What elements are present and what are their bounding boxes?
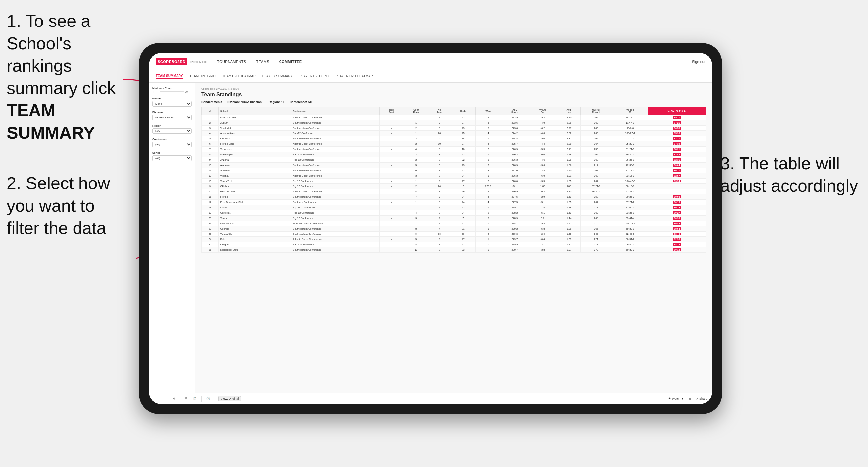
table-row: 5Ole MissSoutheastern Conference-3618127… [202,136,706,142]
school-section: School (All) [152,151,192,161]
subnav-team-h2h-heatmap[interactable]: TEAM H2H HEATMAP [222,74,256,79]
table-row: 11ArkansasSoutheastern Conference-682332… [202,168,706,173]
subnav-player-h2h-grid[interactable]: PLAYER H2H GRID [299,74,329,79]
col-reg-rank: RegRank [379,107,404,115]
col-avg-to-par: Avg. toPar [528,107,558,115]
col-vs-top25: Vs Top25 [612,107,648,115]
app-header: SCOREBOARD Powered by clippi TOURNAMENTS… [149,53,712,70]
watch-button[interactable]: 👁 Watch ▼ [668,397,684,400]
conference-section: Conference (All) [152,138,192,147]
col-conf-rank: ConfRank [404,107,428,115]
gender-section: Gender Men's [152,97,192,107]
table-row: 15Georgia TechAtlantic Coast Conference-… [202,189,706,194]
toolbar-paste[interactable]: 📋 [192,397,198,401]
instruction-step2: 2. Select howyou want tofilter the data [7,172,110,240]
content-area: Update time: 27/03/2024 16:56:26 Team St… [195,83,712,393]
table-body: 1North CarolinaAtlantic Coast Conference… [202,115,706,253]
sign-out-button[interactable]: Sign out [692,60,705,64]
table-row: 8WashingtonPac-12 Conference-28231276.3-… [202,152,706,157]
table-row: 14OklahomaBig 12 Conference-2242276.9-5.… [202,184,706,189]
toolbar-copy[interactable]: ⧉ [184,396,188,401]
table-row: 6Florida StateAtlantic Coast Conference-… [202,142,706,147]
scoreboard-logo: SCOREBOARD [156,58,187,65]
range-from: 4 [152,91,159,93]
share-button[interactable]: ↗ Share [696,397,707,400]
filter-conference: Conference: All [289,100,312,104]
col-adj-score: Adj.Score [501,107,528,115]
filter-division: Division: NCAA Division I [227,100,263,104]
col-vs-top50: Vs Top 50 Points [648,107,706,115]
content-title: Team Standings [202,92,706,98]
toolbar-divider-2 [202,396,202,402]
col-school: School [218,107,291,115]
bottom-toolbar: ← → ↺ ⧉ 📋 🕐 View: Original 👁 Watch ▼ ⊞ ↗… [149,393,712,404]
instruction-step1-bold: TEAM SUMMARY [7,101,95,143]
gender-label: Gender [152,97,192,100]
toolbar-divider-3 [215,396,215,402]
table-row: 1North CarolinaAtlantic Coast Conference… [202,115,706,120]
nav-tournaments[interactable]: TOURNAMENTS [217,60,246,64]
region-select[interactable]: N/A [152,128,192,134]
range-slider[interactable] [160,91,184,92]
min-rank-label: Minimum Rou... [152,87,192,90]
table-row: 23Texas A&MSoutheastern Conference-91030… [202,231,706,237]
table-row: 13Texas TechBig 12 Conference-19272276.0… [202,179,706,184]
sub-navigation: TEAM SUMMARY TEAM H2H GRID TEAM H2H HEAT… [149,70,712,83]
tablet-frame: SCOREBOARD Powered by clippi TOURNAMENTS… [139,43,722,414]
table-row: 4Arizona StatePac-12 Conference-12625427… [202,131,706,136]
toolbar-back[interactable]: ← [154,397,159,401]
range-to: 30 [185,91,192,93]
toolbar-forward[interactable]: → [163,397,168,401]
toolbar-grid[interactable]: ⊞ [687,397,692,401]
logo-area: SCOREBOARD Powered by clippi [156,58,207,65]
toolbar-divider-1 [180,396,181,402]
table-row: 25OregonPac-12 Conference-87210279.5-3.1… [202,242,706,247]
toolbar-refresh[interactable]: ↺ [172,397,177,401]
subnav-team-summary[interactable]: TEAM SUMMARY [156,74,183,79]
table-row: 3VanderbiltSoutheastern Conference-25236… [202,126,706,131]
col-overall: OverallRecord [580,107,612,115]
school-label: School [152,151,192,154]
table-row: 2AuburnSoutheastern Conference-19276273.… [202,120,706,126]
col-conference: Conference [291,107,379,115]
region-section: Region N/A [152,124,192,134]
division-select[interactable]: NCAA Division I [152,115,192,120]
toolbar-clock[interactable]: 🕐 [205,397,211,401]
subnav-player-summary[interactable]: PLAYER SUMMARY [262,74,293,79]
gender-select[interactable]: Men's [152,101,192,107]
subnav-team-h2h-grid[interactable]: TEAM H2H GRID [189,74,215,79]
sidebar-filters: Minimum Rou... 4 30 Gender Men's Divisio… [149,83,195,393]
instruction-step3: 3. The table willadjust accordingly [720,152,858,197]
filter-row: Gender: Men's Division: NCAA Division I … [202,100,706,104]
table-row: 18IllinoisBig Ten Conference-19231279.1-… [202,205,706,210]
col-avg-low: Avg.Low [558,107,580,115]
region-label: Region [152,124,192,127]
conference-select[interactable]: (All) [152,142,192,147]
table-row: 7TennesseeSoutheastern Conference-481822… [202,147,706,152]
nav-teams[interactable]: TEAMS [256,60,269,64]
table-row: 22GeorgiaSoutheastern Conference-8721127… [202,226,706,231]
col-wins: Wins [475,107,501,115]
conference-label: Conference [152,138,192,141]
main-nav: TOURNAMENTS TEAMS COMMITTEE [217,60,692,64]
table-row: 16FloridaSoutheastern Conference-7924427… [202,194,706,200]
table-row: 12VirginiaAtlantic Coast Conference-3824… [202,173,706,179]
instruction-step3-text: 3. The table willadjust accordingly [720,154,858,195]
logo-subtitle: Powered by clippi [189,61,207,63]
instruction-step2-text: 2. Select howyou want tofilter the data [7,174,110,238]
view-original-button[interactable]: View: Original [218,396,241,401]
col-rank: # [202,107,219,115]
subnav-player-h2h-heatmap[interactable]: PLAYER H2H HEATMAP [336,74,373,79]
tablet-screen: SCOREBOARD Powered by clippi TOURNAMENTS… [149,53,712,404]
school-select[interactable]: (All) [152,155,192,161]
nav-committee[interactable]: COMMITTEE [279,60,302,64]
instruction-step1-text: 1. To see a School's rankings summary cl… [7,11,116,143]
division-label: Division [152,111,192,114]
table-row: 20TexasBig 12 Conference-3770278.90.71.4… [202,216,706,221]
division-section: Division NCAA Division I [152,111,192,120]
standings-table: # School Conference RegRank ConfRank NoT… [202,107,706,253]
content-header: Update time: 27/03/2024 16:56:26 Team St… [202,88,706,104]
col-no-tour: NoTour [428,107,451,115]
table-row: 26Mississippi StateSoutheastern Conferen… [202,247,706,253]
table-row: 9ArizonaPac-12 Conference-28223276.3-4.6… [202,157,706,163]
